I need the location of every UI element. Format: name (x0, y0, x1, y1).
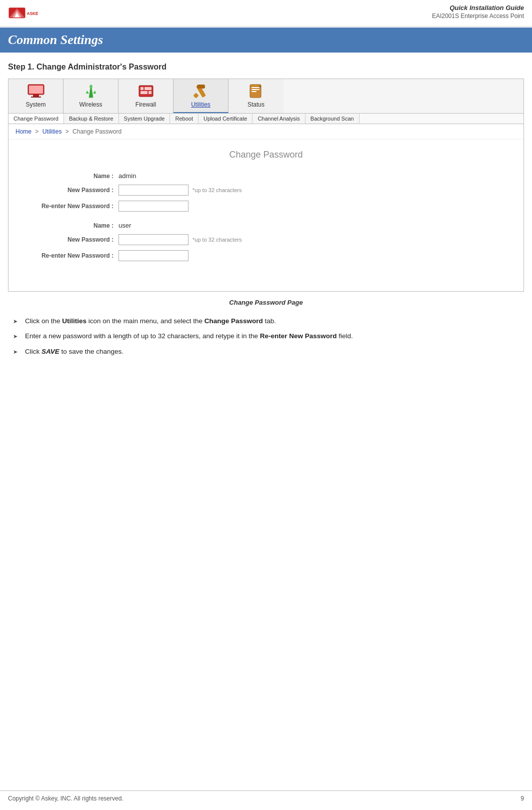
svg-rect-6 (29, 86, 43, 94)
nav-item-status[interactable]: Status (228, 79, 284, 113)
breadcrumb-sep2: > (66, 128, 70, 135)
admin-new-password-label: New Password : (28, 187, 118, 194)
admin-new-password-hint: *up to 32 characters (192, 187, 242, 193)
nav-firewall-label: Firewall (136, 101, 156, 108)
utilities-icon (191, 83, 211, 99)
breadcrumb: Home > Utilities > Change Password (8, 124, 524, 140)
admin-new-password-input[interactable] (118, 185, 188, 196)
user-reenter-input[interactable] (118, 250, 188, 261)
instructions-list: Click on the Utilities icon on the main … (8, 316, 524, 357)
svg-text:ASKEY: ASKEY (27, 12, 38, 16)
tab-background-scan[interactable]: Background Scan (306, 114, 360, 124)
user-new-password-input[interactable] (118, 234, 188, 245)
instr1-bold1: Utilities (62, 317, 86, 325)
svg-rect-23 (252, 89, 260, 90)
svg-rect-17 (148, 91, 152, 94)
admin-reenter-label: Re-enter New Password : (28, 203, 118, 210)
instr2-bold: Re-enter New Password (260, 332, 337, 340)
user-new-password-label: New Password : (28, 236, 118, 243)
firewall-icon (136, 83, 156, 99)
svg-marker-10 (86, 91, 89, 94)
svg-rect-14 (140, 87, 144, 90)
nav-status-label: Status (248, 101, 264, 108)
page-footer: Copyright © Askey, INC. All rights reser… (0, 790, 532, 802)
admin-name-label: Name : (28, 173, 118, 180)
admin-new-password-row: New Password : *up to 32 characters (28, 185, 504, 196)
page-title: Common Settings (8, 33, 524, 48)
instr1-after: tab. (265, 317, 276, 325)
breadcrumb-utilities[interactable]: Utilities (42, 128, 62, 135)
instruction-2: Enter a new password with a length of up… (13, 331, 524, 341)
svg-rect-7 (33, 95, 39, 97)
page-number: 9 (520, 795, 524, 802)
tab-backup-restore[interactable]: Backup & Restore (64, 114, 119, 124)
instr2-before: Enter a new password with a length of up… (25, 332, 260, 340)
nav-item-system[interactable]: System (8, 79, 64, 113)
svg-marker-11 (93, 91, 96, 94)
svg-rect-22 (252, 87, 260, 88)
tab-upload-cert[interactable]: Upload Certificate (198, 114, 252, 124)
user-reenter-row: Re-enter New Password : (28, 250, 504, 261)
instr2-after: field. (338, 332, 353, 340)
breadcrumb-sep1: > (35, 128, 40, 135)
svg-rect-24 (252, 91, 256, 92)
title-bar: Common Settings (0, 28, 532, 53)
admin-name-value: admin (118, 172, 136, 180)
user-reenter-label: Re-enter New Password : (28, 252, 118, 259)
user-section: Name : user New Password : *up to 32 cha… (28, 222, 504, 261)
tab-reboot[interactable]: Reboot (170, 114, 198, 124)
svg-rect-19 (197, 85, 205, 89)
nav-wireless-label: Wireless (79, 101, 102, 108)
admin-name-row: Name : admin (28, 172, 504, 180)
user-name-row: Name : user (28, 222, 504, 229)
instr3-save: SAVE (42, 348, 60, 355)
user-new-password-hint: *up to 32 characters (192, 237, 242, 243)
instr1-bold2: Change Password (204, 317, 263, 325)
askey-logo: ASKEY (8, 4, 38, 24)
header-info: Quick Installation Guide EAI2001S Enterp… (432, 4, 524, 20)
admin-section: Name : admin New Password : *up to 32 ch… (28, 172, 504, 212)
tab-system-upgrade[interactable]: System Upgrade (119, 114, 170, 124)
svg-point-12 (90, 85, 92, 88)
tab-bar: Change Password Backup & Restore System … (8, 114, 524, 124)
form-area: Change Password Name : admin New Passwor… (8, 140, 524, 281)
step-title: Step 1. Change Administrator's Password (8, 63, 524, 72)
svg-rect-16 (140, 91, 148, 94)
tab-channel-analysis[interactable]: Channel Analysis (252, 114, 305, 124)
nav-item-firewall[interactable]: Firewall (118, 79, 174, 113)
system-icon (26, 83, 46, 99)
main-content: Step 1. Change Administrator's Password … (0, 53, 532, 372)
breadcrumb-current: Change Password (72, 128, 122, 135)
wireless-icon (81, 83, 101, 99)
instr1-before: Click on the (25, 317, 62, 325)
svg-rect-8 (31, 97, 41, 98)
svg-rect-15 (144, 87, 152, 90)
status-icon (246, 83, 266, 99)
nav-menu: System Wireless (8, 79, 524, 114)
copyright-text: Copyright © Askey, INC. All rights reser… (8, 795, 124, 802)
form-title: Change Password (28, 150, 504, 160)
instruction-3: Click SAVE to save the changes. (13, 347, 524, 357)
tab-change-password[interactable]: Change Password (8, 114, 64, 124)
page-header: ASKEY Quick Installation Guide EAI2001S … (0, 0, 532, 27)
nav-item-wireless[interactable]: Wireless (64, 79, 118, 113)
content-panel: Home > Utilities > Change Password Chang… (8, 124, 524, 292)
form-caption: Change Password Page (8, 299, 524, 306)
instr1-middle: icon on the main menu, and select the (88, 317, 204, 325)
breadcrumb-home[interactable]: Home (16, 128, 32, 135)
device-name-label: EAI2001S Enterprise Access Point (432, 13, 524, 20)
logo-area: ASKEY (8, 4, 38, 24)
user-name-value: user (118, 222, 131, 229)
nav-utilities-label: Utilities (191, 101, 210, 108)
nav-item-utilities[interactable]: Utilities (174, 79, 228, 113)
instruction-1: Click on the Utilities icon on the main … (13, 316, 524, 326)
user-name-label: Name : (28, 222, 118, 229)
svg-rect-20 (193, 93, 198, 98)
admin-reenter-row: Re-enter New Password : (28, 201, 504, 212)
nav-system-label: System (26, 101, 46, 108)
quick-install-label: Quick Installation Guide (432, 4, 524, 12)
instr3-after: to save the changes. (62, 348, 124, 355)
instr3-before: Click (25, 348, 42, 355)
user-new-password-row: New Password : *up to 32 characters (28, 234, 504, 245)
admin-reenter-input[interactable] (118, 201, 188, 212)
